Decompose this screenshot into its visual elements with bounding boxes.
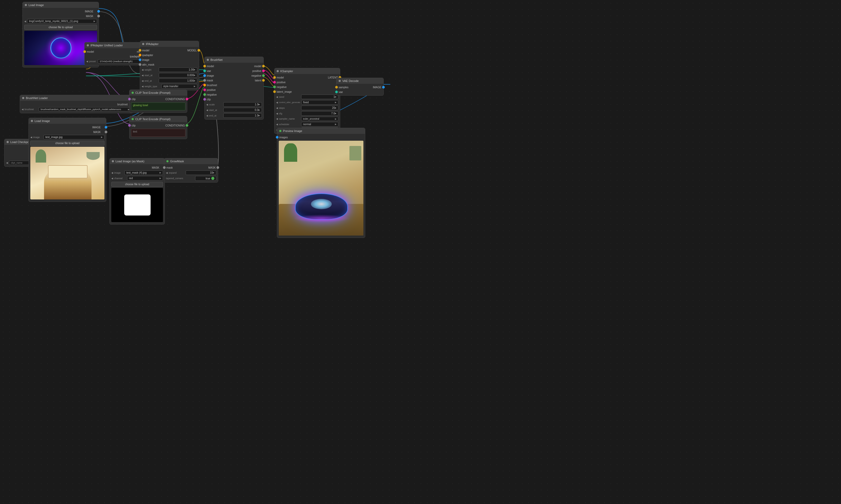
- end-at-field[interactable]: 1.000 ▶: [159, 78, 197, 83]
- lim-channel-field[interactable]: red ▶: [127, 176, 163, 180]
- output-mask-label: MASK: [206, 166, 218, 169]
- input-model-port[interactable]: [83, 50, 86, 53]
- output-image-port[interactable]: [97, 10, 100, 13]
- clip-positive-body: clip CONDITIONING glowing bowl: [130, 96, 187, 112]
- output-mask-port[interactable]: [217, 166, 219, 169]
- bn-start-field[interactable]: 0.0 ▶: [223, 108, 262, 112]
- preset-field[interactable]: STANDARD (medium strength) ▶: [98, 59, 144, 64]
- bn-end-field[interactable]: 1.0 ▶: [223, 113, 262, 118]
- input-model-port[interactable]: [139, 49, 141, 52]
- input-model-port[interactable]: [273, 76, 276, 79]
- output-conditioning-port[interactable]: [186, 98, 188, 101]
- load-image-top-title: Load Image: [29, 3, 44, 6]
- output-mask-port[interactable]: [97, 15, 100, 17]
- input-clip-port[interactable]: [128, 98, 131, 101]
- lib-image-field[interactable]: test_image.jpg ▶: [44, 135, 104, 139]
- positive-prompt-area[interactable]: glowing bowl: [131, 103, 185, 110]
- image-field[interactable]: ImgComfyUI_temp_mynbi_00021_(1).png ▶: [27, 19, 97, 23]
- lim-ch-arrow-left: ◀: [111, 177, 113, 180]
- input-image-port[interactable]: [203, 74, 206, 77]
- input-brushnet-port[interactable]: [203, 84, 206, 86]
- output-conditioning-port[interactable]: [186, 124, 188, 127]
- cfg-field[interactable]: 7.0 ▶: [301, 111, 338, 116]
- input-clip-port[interactable]: [203, 98, 206, 101]
- steps-field[interactable]: 20 ▶: [301, 106, 338, 110]
- scheduler-field-row: ◀ scheduler normal ▶: [275, 122, 340, 127]
- scheduler-arrow-left: ◀: [276, 123, 278, 126]
- start-at-label: start_at: [144, 74, 158, 77]
- input-negative-port[interactable]: [273, 86, 276, 88]
- weight-value: 1.00: [189, 68, 194, 71]
- steps-value: 20: [332, 106, 335, 109]
- expand-field[interactable]: 10 ▶: [186, 170, 216, 175]
- negative-prompt-area[interactable]: text: [131, 129, 185, 137]
- tapered-value: true: [206, 177, 210, 180]
- input-model-port[interactable]: [203, 65, 206, 68]
- output-model-port[interactable]: [198, 49, 200, 52]
- preset-arrow-left: ◀: [86, 60, 88, 63]
- input-attnmask-port[interactable]: [139, 63, 141, 66]
- scale-field[interactable]: 1.0 ▶: [223, 102, 262, 107]
- seed-field[interactable]: 1 ▶: [301, 94, 338, 99]
- scheduler-field[interactable]: normal ▶: [301, 122, 338, 126]
- upload-button-bottom[interactable]: choose file to upload: [30, 141, 104, 146]
- sampler-field[interactable]: euler_ancestral ▶: [301, 117, 338, 121]
- cag-value: fixed: [303, 101, 309, 104]
- input-latent-port[interactable]: [273, 90, 276, 93]
- node-dot: [279, 130, 281, 132]
- bn-start-at-field-row: ◀ start_at 0.0 ▶: [205, 107, 263, 113]
- output-model-port[interactable]: [262, 65, 265, 68]
- output-mask-port[interactable]: [105, 131, 107, 133]
- lib-image-value: test_image.jpg: [45, 136, 63, 139]
- output-latent-port[interactable]: [262, 79, 265, 82]
- input-samples-port[interactable]: [335, 86, 338, 89]
- output-image-port[interactable]: [105, 126, 107, 129]
- start-at-field[interactable]: 0.000 ▶: [159, 73, 197, 77]
- load-image-mask-body: MASK ◀ image test_mask (4).jpg ▶ ◀ chann…: [110, 164, 165, 224]
- input-ipadapter-port[interactable]: [139, 54, 141, 56]
- weight-field[interactable]: 1.00 ▶: [159, 68, 197, 72]
- sampler-arrow-left: ◀: [276, 118, 278, 120]
- input-vae-port[interactable]: [335, 91, 338, 93]
- cag-field[interactable]: fixed ▶: [302, 100, 339, 105]
- clip-positive-title: CLIP Text Encode (Prompt): [135, 91, 171, 94]
- input-negative-port[interactable]: [203, 93, 206, 96]
- output-negative-port[interactable]: [262, 74, 265, 77]
- gm-mask-row: mask MASK: [164, 165, 218, 170]
- preset-label: preset: [89, 60, 96, 63]
- input-positive-port[interactable]: [273, 81, 276, 84]
- upload-button-mask[interactable]: choose file to upload: [111, 182, 163, 187]
- lim-channel-value: red: [129, 177, 133, 180]
- input-vae-port[interactable]: [203, 70, 206, 72]
- load-image-bottom-header: Load Image: [29, 118, 106, 124]
- load-image-top-header: Load Image: [23, 2, 99, 8]
- weight-type-field[interactable]: style transfer ▶: [161, 84, 197, 89]
- input-clip-port[interactable]: [128, 124, 131, 127]
- input-mask-port[interactable]: [203, 79, 206, 82]
- ksampler-node: KSampler model LATENT positive negative …: [274, 68, 340, 134]
- load-image-mask-node: Load Image (as Mask) MASK ◀ image test_m…: [109, 158, 165, 224]
- input-images-port[interactable]: [276, 136, 278, 139]
- input-positive-port[interactable]: [203, 89, 206, 91]
- input-latent-label: latent_image: [275, 90, 294, 93]
- tapered-toggle[interactable]: [211, 177, 214, 180]
- tapered-field[interactable]: true: [195, 176, 216, 181]
- brushnet-path-field[interactable]: brushnet/random_mask_brushnet_ckpt/diffu…: [39, 107, 131, 111]
- output-mask-label: MASK: [150, 166, 161, 169]
- output-positive-port[interactable]: [262, 70, 265, 72]
- ipadapter-unified-loader-body: model model ipadapter ◀ preset STANDARD …: [85, 48, 146, 65]
- ks-negative-row: negative: [275, 85, 340, 89]
- output-cond-label: CONDITIONING: [163, 98, 187, 101]
- output-image-port[interactable]: [382, 86, 385, 89]
- node-dot: [22, 97, 24, 99]
- lim-channel-label: channel: [114, 177, 126, 180]
- upload-button-top[interactable]: choose file to upload: [24, 25, 97, 30]
- preview-image-mask: [111, 188, 163, 222]
- output-mask-row: MASK: [23, 14, 99, 18]
- input-image-port[interactable]: [139, 58, 141, 61]
- output-cond-label: CONDITIONING: [163, 124, 187, 127]
- ckpt-arrow-left: ◀: [6, 162, 8, 164]
- bn-end-arrow-left: ◀: [206, 114, 208, 117]
- lim-image-field[interactable]: test_mask (4).jpg ▶: [124, 170, 163, 175]
- input-mask-port[interactable]: [163, 166, 166, 169]
